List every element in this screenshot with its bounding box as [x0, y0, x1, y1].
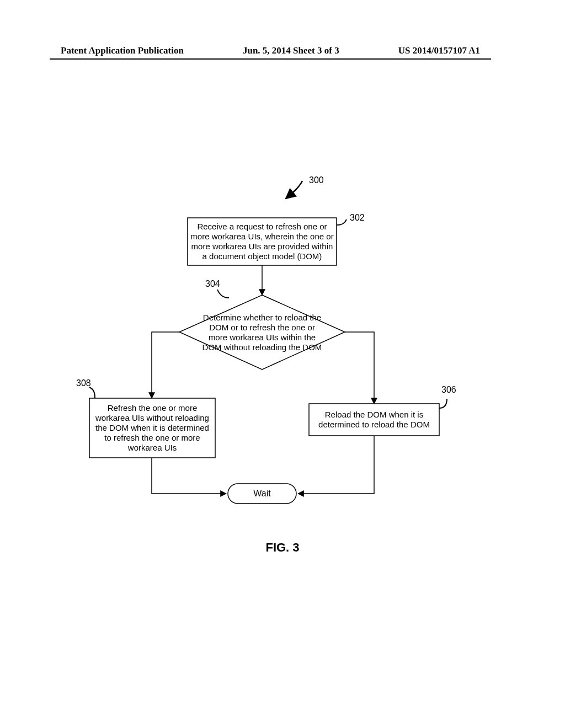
diamond-304-text: Determine whether to reload the DOM or t… — [199, 303, 326, 362]
ref-300-label: 300 — [309, 175, 324, 185]
box-308: Refresh the one or more workarea UIs wit… — [89, 398, 215, 458]
ref-306-label: 306 — [441, 385, 456, 394]
box-302: Receive a request to refresh one or more… — [188, 218, 337, 265]
arrow-308-to-wait — [152, 458, 226, 494]
ref-300-pointer: 300 — [286, 175, 324, 199]
ref-304-label: 304 — [205, 279, 220, 288]
figure-caption: FIG. 3 — [0, 540, 565, 555]
arrow-304-to-308 — [152, 332, 179, 398]
terminator-wait: Wait — [228, 484, 296, 504]
terminator-wait-text: Wait — [228, 484, 296, 504]
ref-306-hook: 306 — [439, 385, 456, 408]
flowchart: 300 Receive a request to refresh one or … — [0, 0, 565, 728]
box-306: Reload the DOM when it is determined to … — [309, 404, 439, 436]
ref-304-hook: 304 — [205, 279, 229, 298]
box-302-text: Receive a request to refresh one or more… — [190, 219, 334, 264]
ref-308-hook: 308 — [76, 378, 95, 398]
box-308-text: Refresh the one or more workarea UIs wit… — [92, 400, 212, 456]
box-306-text: Reload the DOM when it is determined to … — [312, 406, 436, 433]
ref-302-hook: 302 — [337, 213, 365, 225]
diamond-304: Determine whether to reload the DOM or t… — [179, 295, 345, 370]
ref-302-label: 302 — [350, 213, 365, 222]
arrow-304-to-306 — [345, 332, 374, 404]
ref-308-label: 308 — [76, 378, 91, 388]
arrow-306-to-wait — [298, 436, 374, 494]
